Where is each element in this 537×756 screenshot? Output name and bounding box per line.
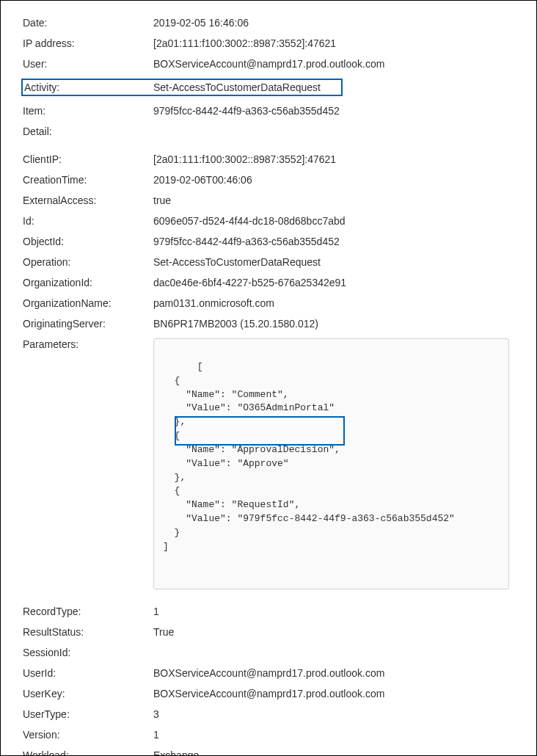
- resultstatus-label: ResultStatus:: [23, 626, 84, 638]
- externalaccess-row: ExternalAccess: true: [23, 195, 514, 206]
- sessionid-label: SessionId:: [23, 647, 70, 658]
- resultstatus-row: ResultStatus: True: [23, 626, 514, 638]
- organizationid-value: dac0e46e-6bf4-4227-b525-676a25342e91: [153, 277, 346, 288]
- item-value: 979f5fcc-8442-44f9-a363-c56ab355d452: [153, 105, 340, 117]
- id-row: Id: 6096e057-d524-4f44-dc18-08d68bcc7abd: [23, 215, 514, 227]
- organizationname-row: OrganizationName: pam0131.onmicrosoft.co…: [23, 297, 514, 309]
- version-value: 1: [153, 729, 159, 741]
- clientip-row: ClientIP: [2a01:111:f100:3002::8987:3552…: [23, 153, 514, 165]
- userid-value: BOXServiceAccount@namprd17.prod.outlook.…: [153, 667, 384, 679]
- activity-row-highlighted: Activity: Set-AccessToCustomerDataReques…: [21, 79, 343, 96]
- operation-value: Set-AccessToCustomerDataRequest: [153, 256, 321, 268]
- item-row: Item: 979f5fcc-8442-44f9-a363-c56ab355d4…: [23, 105, 514, 117]
- originatingserver-label: OriginatingServer:: [23, 318, 106, 330]
- detail-row: Detail:: [23, 126, 514, 137]
- organizationid-row: OrganizationId: dac0e46e-6bf4-4227-b525-…: [23, 277, 514, 288]
- clientip-label: ClientIP:: [23, 153, 62, 165]
- parameters-row: Parameters: [ { "Name": "Comment", "Valu…: [23, 338, 514, 589]
- creationtime-label: CreationTime:: [23, 174, 87, 186]
- id-label: Id:: [23, 215, 34, 227]
- usertype-row: UserType: 3: [23, 708, 514, 720]
- recordtype-value: 1: [153, 606, 159, 617]
- objectid-value: 979f5fcc-8442-44f9-a363-c56ab355d452: [153, 236, 340, 247]
- operation-label: Operation:: [23, 256, 70, 268]
- user-label: User:: [23, 58, 47, 70]
- ip-row: IP address: [2a01:111:f100:3002::8987:35…: [23, 37, 514, 49]
- organizationid-label: OrganizationId:: [23, 277, 92, 288]
- originatingserver-value: BN6PR17MB2003 (15.20.1580.012): [153, 318, 318, 330]
- resultstatus-value: True: [153, 626, 174, 638]
- workload-row: Workload: Exchange: [23, 749, 514, 756]
- sessionid-row: SessionId:: [23, 647, 514, 658]
- parameters-code: [ { "Name": "Comment", "Value": "O365Adm…: [153, 338, 509, 589]
- ip-label: IP address:: [23, 37, 75, 49]
- organizationname-label: OrganizationName:: [23, 297, 112, 309]
- userkey-label: UserKey:: [23, 688, 65, 699]
- creationtime-row: CreationTime: 2019-02-06T00:46:06: [23, 174, 514, 186]
- user-value: BOXServiceAccount@namprd17.prod.outlook.…: [153, 58, 384, 70]
- approval-decision-highlight: [175, 416, 345, 446]
- workload-value: Exchange: [153, 749, 199, 756]
- activity-label: Activity:: [24, 81, 59, 93]
- parameters-value: [ { "Name": "Comment", "Value": "O365Adm…: [163, 361, 455, 552]
- userkey-value: BOXServiceAccount@namprd17.prod.outlook.…: [153, 688, 384, 699]
- userid-label: UserId:: [23, 667, 56, 679]
- item-label: Item:: [23, 105, 45, 117]
- ip-value: [2a01:111:f100:3002::8987:3552]:47621: [153, 37, 336, 49]
- objectid-label: ObjectId:: [23, 236, 64, 247]
- date-label: Date:: [23, 17, 47, 29]
- usertype-value: 3: [153, 708, 159, 720]
- recordtype-label: RecordType:: [23, 606, 81, 617]
- id-value: 6096e057-d524-4f44-dc18-08d68bcc7abd: [153, 215, 346, 227]
- date-value: 2019-02-05 16:46:06: [153, 17, 249, 29]
- version-label: Version:: [23, 729, 60, 741]
- workload-label: Workload:: [23, 749, 69, 756]
- recordtype-row: RecordType: 1: [23, 606, 514, 617]
- usertype-label: UserType:: [23, 708, 70, 720]
- version-row: Version: 1: [23, 729, 514, 741]
- userkey-row: UserKey: BOXServiceAccount@namprd17.prod…: [23, 688, 514, 699]
- creationtime-value: 2019-02-06T00:46:06: [153, 174, 252, 186]
- externalaccess-label: ExternalAccess:: [23, 195, 96, 206]
- user-row: User: BOXServiceAccount@namprd17.prod.ou…: [23, 58, 514, 70]
- organizationname-value: pam0131.onmicrosoft.com: [153, 297, 274, 309]
- clientip-value: [2a01:111:f100:3002::8987:3552]:47621: [153, 153, 336, 165]
- parameters-label: Parameters:: [23, 338, 78, 350]
- activity-value: Set-AccessToCustomerDataRequest: [153, 81, 321, 93]
- objectid-row: ObjectId: 979f5fcc-8442-44f9-a363-c56ab3…: [23, 236, 514, 247]
- date-row: Date: 2019-02-05 16:46:06: [23, 17, 514, 29]
- originatingserver-row: OriginatingServer: BN6PR17MB2003 (15.20.…: [23, 318, 514, 330]
- operation-row: Operation: Set-AccessToCustomerDataReque…: [23, 256, 514, 268]
- externalaccess-value: true: [153, 195, 171, 206]
- detail-label: Detail:: [23, 126, 52, 137]
- userid-row: UserId: BOXServiceAccount@namprd17.prod.…: [23, 667, 514, 679]
